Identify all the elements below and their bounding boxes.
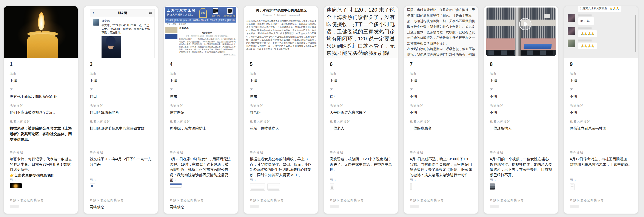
card-number: 4 xyxy=(170,61,172,67)
field-label-deceased: 死者大体描述 xyxy=(490,120,552,124)
document-meta: 【信息来源：】【信息时间：2022-03-31】 xyxy=(246,14,316,17)
field-label-address: 地址描述 xyxy=(330,104,392,108)
field-label-event: 事件介绍 xyxy=(250,151,312,155)
death-record-card[interactable]: 关于对浦东120急救中心的调查情况【信息来源：】【信息时间：2022-03-31… xyxy=(244,6,318,214)
field-label-district: 区 xyxy=(250,88,312,92)
thumbnail-row xyxy=(410,183,472,193)
thumbnail-text-sm xyxy=(330,183,334,190)
chat-message-row: 🙏🙏🙏🙏 xyxy=(564,39,638,49)
field-label-deceased: 死者大体描述 xyxy=(570,120,632,124)
empty-value-pill xyxy=(410,205,419,208)
field-value-district: 没有死于新冠，却因新冠而死 xyxy=(10,94,72,99)
submit-info-link[interactable]: 👉点击这里提交信息给我们 xyxy=(10,173,54,178)
field-label-address: 地址描述 xyxy=(90,104,152,108)
empty-value-pill xyxy=(570,205,579,208)
field-value-event: 钱文雄于2022年4月12日下午一点十九分自杀 xyxy=(90,157,152,167)
death-record-card[interactable]: 8城市上海区不明地址描述不明死者大体描述一位透析病人事件介绍4月6日的一个视频，… xyxy=(484,6,558,214)
moments-author: 钱文雄 xyxy=(102,19,152,23)
avatar xyxy=(568,39,576,47)
blurred-username xyxy=(578,14,592,16)
field-value-city: 上海 xyxy=(410,78,472,83)
document-title: 关于对浦东120急救中心的调查情况 xyxy=(246,8,316,12)
notice-meta: 作者：东方宣传部 发表于：2022/3/25 2:46:41 有253人阅读 xyxy=(179,35,236,37)
field-value-deceased: 虹口区卫健委信息中心主任钱文雄 xyxy=(90,126,152,131)
field-value-event: 高烧昏迷，核酸阴，120来了说发热门诊关了。无奈在家中降温，在昏迷中离世。 xyxy=(330,157,392,173)
field-label-event: 事件介绍 xyxy=(170,151,232,155)
notice-body: 周盛妮为我院护士，一直在院内从事护理相关工作。3月23日在家中哮喘发作，用药后无… xyxy=(179,38,236,53)
field-label-image: 图片 xyxy=(170,178,232,182)
qr-caption: 微信二维码 xyxy=(212,15,220,17)
moments-post-photo xyxy=(102,36,121,58)
website-main: 最新动态情况说明作者：东方宣传部 发表于：2022/3/25 2:46:41 有… xyxy=(179,26,236,56)
field-value-district: 徐汇 xyxy=(330,94,392,99)
card-number: 6 xyxy=(330,61,332,67)
thumbnail-candle xyxy=(10,183,22,188)
death-record-card[interactable]: 迷病危了叫 120，120 来了说 全上海发热门诊都关了，没有 医院接收，打了一… xyxy=(324,6,398,214)
field-value-city: 上海 xyxy=(10,78,72,83)
death-record-card[interactable]: 1城市上海区没有死于新冠，却因新冠而死地址描述他们不应该被漠视甚至忘记。死者大体… xyxy=(4,6,78,214)
qr-caption: 患者移动服务平台 xyxy=(224,15,236,17)
field-label-image: 图片 xyxy=(330,178,392,182)
thumbnail-photo-sm xyxy=(490,183,495,190)
camera-icon: 📷 xyxy=(149,11,152,14)
field-label-event: 事件介绍 xyxy=(490,151,552,155)
moments-frame: ‹朋友圈📷钱文雄钱文雄于2022年4月12日下午一点十九分去世。疫情期间一切从简… xyxy=(90,9,155,58)
thumbnail-doc-sm xyxy=(570,183,574,190)
field-value-address: 不明 xyxy=(490,110,552,115)
cover-text-screenshot: 迷病危了叫 120，120 来了说 全上海发热门诊都关了，没有 医院接收，打了一… xyxy=(324,6,398,58)
death-record-card[interactable]: 只有其女儿眼见其病逝...🙏🙏🙏啊，这。🙏🙏🙏🙏🙏🙏🙏🙏9城市上海区不明地址描述… xyxy=(564,6,638,214)
death-record-card[interactable]: 上海市东方医院同济大学附属东方医院100微信二维码患者移动服务平台医院概况名医名… xyxy=(164,6,238,214)
field-label-event: 事件介绍 xyxy=(570,151,632,155)
field-value-address: 虹口区妇幼保健所 xyxy=(90,110,152,115)
field-label-address: 地址描述 xyxy=(170,104,232,108)
field-value-deceased: 一位老人 xyxy=(330,126,392,131)
empty-value-pill xyxy=(330,205,339,208)
metal-pole xyxy=(515,7,521,56)
website-content: 最新动态情况说明作者：东方宣传部 发表于：2022/3/25 2:46:41 有… xyxy=(166,26,236,58)
field-label-city: 城市 xyxy=(170,72,232,76)
nav-item: 医学研究 xyxy=(219,19,228,22)
anniversary-emblem: 100 xyxy=(200,8,207,18)
chat-message-row: 🙏🙏🙏🙏 xyxy=(564,27,638,37)
field-label-direct-or-indirect: 直接信息还是间接信息 xyxy=(250,198,312,202)
thumbnail-row xyxy=(170,183,232,193)
thumbnail-doc-w2 xyxy=(267,183,280,191)
field-label-event: 事件介绍 xyxy=(330,151,392,155)
cover-investigation-document-screenshot: 关于对浦东120急救中心的调查情况【信息来源：】【信息时间：2022-03-31… xyxy=(244,6,318,58)
avatar xyxy=(568,14,576,22)
field-label-district: 区 xyxy=(410,88,472,92)
field-label-district: 区 xyxy=(570,88,632,92)
cover-video-thumbnail xyxy=(484,6,558,58)
website-frame: 上海市东方医院同济大学附属东方医院100微信二维码患者移动服务平台医院概况名医名… xyxy=(166,7,236,58)
field-value-direct-or-indirect: 网络信息 xyxy=(90,204,152,210)
moments-title: 朋友圈 xyxy=(90,11,154,15)
website-sidebar xyxy=(166,27,178,39)
death-record-card[interactable]: ‹朋友圈📷钱文雄钱文雄于2022年4月12日下午一点十九分去世。疫情期间一切从简… xyxy=(84,6,158,214)
field-label-city: 城市 xyxy=(330,72,392,76)
memorial-gallery-board: 1城市上海区没有死于新冠，却因新冠而死地址描述他们不应该被漠视甚至忘记。死者大体… xyxy=(0,0,644,217)
field-value-city: 上海 xyxy=(490,78,552,83)
field-label-deceased: 死者大体描述 xyxy=(250,120,312,124)
field-label-address: 地址描述 xyxy=(250,104,312,108)
field-label-deceased: 死者大体描述 xyxy=(90,120,152,124)
field-label-direct-or-indirect: 直接信息还是间接信息 xyxy=(490,198,552,202)
captured-text: 医院。当时有些低烧，但是发热门诊在消杀，于 是在门口的黑夜里等待了很久。可是由于… xyxy=(407,7,476,57)
field-label-direct-or-indirect: 直接信息还是间接信息 xyxy=(90,198,152,202)
cover-wechat-moments-screenshot: ‹朋友圈📷钱文雄钱文雄于2022年4月12日下午一点十九分去世。疫情期间一切从简… xyxy=(84,6,158,58)
field-label-image: 图片 xyxy=(410,178,472,182)
thumbnail-doc-w1 xyxy=(250,183,265,191)
thumbnail-row xyxy=(330,183,392,193)
chat-bubble: 啊，这。 xyxy=(578,17,594,25)
nav-item: 名医名家 xyxy=(175,19,184,22)
field-label-city: 城市 xyxy=(10,72,72,76)
field-label-city: 城市 xyxy=(490,72,552,76)
field-value-address: 他们不应该被漠视甚至忘记。 xyxy=(10,110,72,115)
captured-text: 迷病危了叫 120，120 来了说 全上海发热门诊都关了，没有 医院接收，打了一… xyxy=(326,6,396,58)
field-label-district: 区 xyxy=(170,88,232,92)
sidebar-block xyxy=(166,34,178,39)
chat-bubble: 🙏🙏🙏🙏 xyxy=(578,30,597,37)
card-number: 3 xyxy=(90,61,92,67)
death-record-card[interactable]: 医院。当时有些低烧，但是发热门诊在消杀，于 是在门口的黑夜里等待了很久。可是由于… xyxy=(404,6,478,214)
site-title: 上海市东方医院 xyxy=(167,8,196,12)
nav-item: 党建园地 xyxy=(192,19,201,22)
